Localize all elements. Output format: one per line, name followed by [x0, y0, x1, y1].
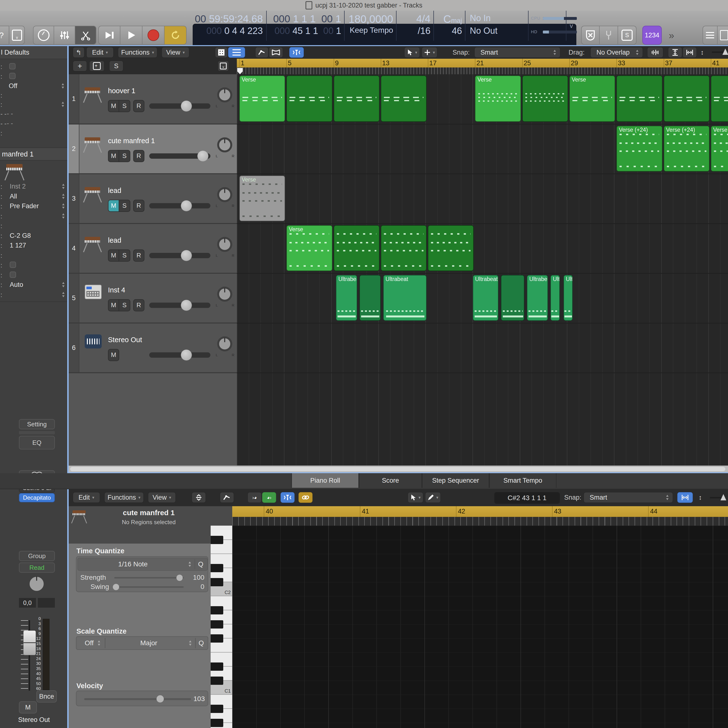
mute-button[interactable]: M	[108, 299, 119, 311]
track-view-button[interactable]	[228, 47, 245, 58]
midi-region[interactable]	[334, 225, 379, 271]
volume-slider[interactable]	[149, 103, 210, 109]
midi-region[interactable]: Verse	[239, 176, 285, 221]
toolbar-overflow-chevrons[interactable]: »	[669, 30, 674, 41]
zoom-slider-handle[interactable]	[722, 49, 728, 55]
pan-knob[interactable]	[217, 87, 232, 102]
menu-view[interactable]: View▾	[162, 47, 189, 58]
volume-slider-thumb[interactable]	[197, 150, 208, 162]
midi-region[interactable]: Verse (+24)	[616, 126, 662, 171]
midi-region[interactable]: Verse	[286, 225, 332, 271]
tab-score[interactable]: Score	[359, 473, 422, 488]
pr-catch-button[interactable]	[280, 492, 295, 503]
midi-out-button[interactable]: ◕›	[262, 492, 276, 503]
midi-region[interactable]: Ultrabeat	[563, 275, 573, 321]
tuner-button[interactable]	[33, 26, 54, 44]
scissors-button[interactable]	[75, 26, 96, 44]
midi-region[interactable]: Ultrabeat	[336, 275, 357, 321]
midi-region[interactable]: Ultrabeat	[551, 275, 560, 321]
time-quantize-select[interactable]: 1/16 Note Q	[77, 558, 208, 571]
help-button[interactable]: ?	[0, 26, 9, 44]
black-key[interactable]	[211, 634, 223, 642]
track-header[interactable]: 2cute manfred 1MSRLR	[69, 124, 237, 174]
scale-quantize-apply[interactable]: Q	[199, 639, 208, 647]
mute-button[interactable]: M	[108, 249, 119, 262]
pr-menu-view[interactable]: View▾	[148, 492, 176, 503]
inspector-header[interactable]: l Defaults	[0, 46, 67, 59]
track-header[interactable]: 5Inst 4MSRLR	[69, 274, 237, 323]
track-inspector-row[interactable]: :	[0, 221, 67, 231]
mixer-button[interactable]	[54, 26, 75, 44]
volume-slider-thumb[interactable]	[181, 200, 192, 211]
lcd-position[interactable]: 000 1 1 1 00 1 000 45 1 1 00 1	[266, 11, 344, 41]
mute-button[interactable]: M	[108, 100, 119, 112]
track-inspector-row[interactable]: :Auto	[0, 280, 67, 289]
zoom-updown-icon[interactable]: ↕	[700, 47, 704, 58]
midi-region[interactable]	[381, 225, 427, 271]
track-inspector-checkbox[interactable]	[10, 272, 16, 278]
swing-slider[interactable]	[114, 586, 184, 588]
mute-button[interactable]: M	[108, 349, 119, 361]
track-inspector-row[interactable]: :All	[0, 192, 67, 201]
track-inspector-row[interactable]: :	[0, 290, 67, 300]
solo-button[interactable]: S	[119, 299, 130, 311]
track-header[interactable]: 1hoover 1MSRLR	[69, 74, 237, 124]
track-inspector-row[interactable]: :	[0, 271, 67, 280]
record-enable-button[interactable]: R	[133, 150, 144, 162]
solo-button[interactable]: S	[119, 249, 130, 262]
bar-ruler[interactable]: 1591317212529333741	[237, 59, 728, 67]
volume-slider[interactable]	[149, 253, 210, 258]
catch-playhead-button[interactable]	[289, 47, 304, 58]
track-inspector-row[interactable]: :1 127	[0, 241, 67, 250]
track-inspector-header[interactable]: manfred 1	[0, 148, 67, 161]
velocity-slider-thumb[interactable]	[156, 695, 164, 702]
track-inspector-row[interactable]: :	[0, 251, 67, 260]
volume-slider[interactable]	[149, 203, 210, 208]
solo-button[interactable]: S	[119, 100, 130, 112]
track-header-config-button[interactable]: v	[218, 61, 229, 71]
track-inspector-row[interactable]: :Pre Fader	[0, 202, 67, 211]
mute-button[interactable]: M	[108, 200, 119, 212]
midi-region[interactable]	[428, 225, 474, 271]
plugin-slot-decapitator[interactable]: Decapitato	[19, 493, 55, 502]
volume-slider[interactable]	[149, 303, 210, 308]
lcd-signature[interactable]: 4/4 /16	[396, 11, 434, 41]
record-enable-button[interactable]: R	[133, 200, 144, 212]
piano-roll-grid[interactable]	[232, 526, 728, 728]
solo-mode-button[interactable]: S	[618, 26, 636, 44]
lcd-key[interactable]: Cmaj 46	[433, 11, 465, 41]
black-key[interactable]	[211, 705, 223, 713]
record-enable-button[interactable]: R	[133, 249, 144, 262]
black-key[interactable]	[211, 564, 223, 572]
strip-mute-button[interactable]: M	[19, 701, 37, 713]
go-to-end-button[interactable]	[98, 26, 120, 44]
duplicate-track-button[interactable]: +	[89, 61, 104, 71]
midi-region[interactable]	[616, 75, 662, 122]
automation-button[interactable]	[255, 47, 268, 58]
midi-in-button[interactable]: ›◕	[248, 492, 262, 503]
notes-button[interactable]	[717, 26, 728, 44]
velocity-slider[interactable]	[84, 698, 191, 700]
inspector-row[interactable]: :	[0, 62, 67, 71]
midi-region[interactable]	[664, 75, 710, 122]
track-inspector-row[interactable]: :	[0, 261, 67, 270]
black-key[interactable]	[211, 606, 223, 615]
record-enable-button[interactable]: R	[133, 299, 144, 311]
midi-region[interactable]: Verse (+24)	[664, 126, 710, 171]
track-inspector-checkbox[interactable]	[10, 262, 16, 268]
add-track-button[interactable]: +	[73, 61, 87, 71]
inspector-row[interactable]: :	[0, 128, 67, 138]
track-inspector-row[interactable]: :C-2 G8	[0, 231, 67, 240]
pr-snap-select[interactable]: Smart	[584, 492, 673, 503]
midi-region[interactable]	[286, 75, 332, 122]
midi-region[interactable]	[334, 75, 379, 122]
pr-zoom-slider-handle[interactable]	[720, 494, 726, 500]
strength-slider-thumb[interactable]	[176, 575, 183, 581]
volume-slider[interactable]	[149, 352, 210, 358]
collapse-mode-button[interactable]	[192, 492, 206, 503]
black-key[interactable]	[211, 676, 223, 685]
midi-region[interactable]	[501, 275, 525, 321]
scale-type-select[interactable]: Major	[109, 639, 188, 647]
black-key[interactable]	[211, 662, 223, 671]
midi-region[interactable]: Verse	[475, 75, 521, 122]
